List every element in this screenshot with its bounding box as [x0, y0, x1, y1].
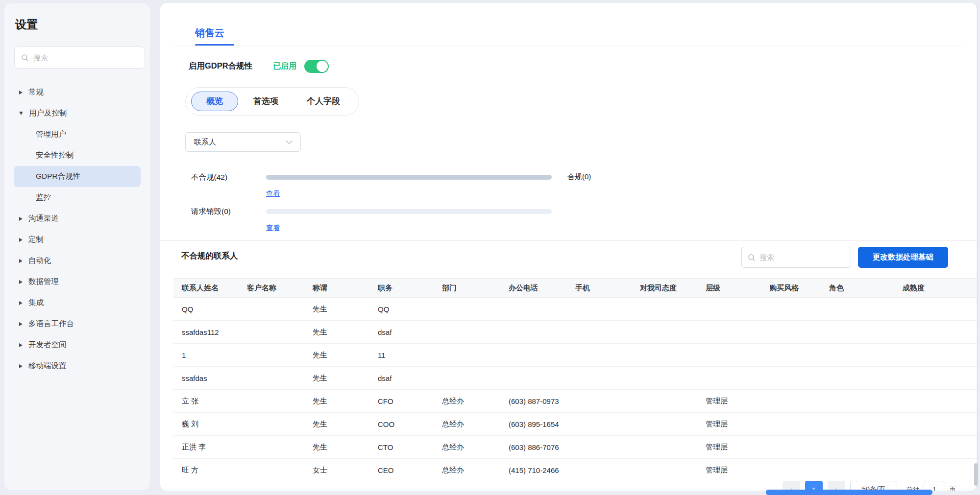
table-cell — [760, 413, 820, 436]
view-erasure-link[interactable]: 查看 — [266, 223, 280, 233]
sidebar-item-label: 自动化 — [28, 256, 51, 266]
table-cell — [820, 459, 894, 475]
tab-overview[interactable]: 概览 — [191, 92, 238, 111]
table-cell — [238, 390, 304, 413]
table-cell — [894, 344, 977, 367]
page-unit-label: 页 — [949, 481, 956, 491]
table-row[interactable]: 巍 刘先生COO总经办(603) 895-1654管理层 — [173, 413, 977, 436]
chevron-down-icon — [19, 112, 23, 115]
sidebar-item-1[interactable]: 用户及控制 — [14, 103, 141, 124]
settings-sidebar: 设置 常规用户及控制管理用户安全性控制GDPR合规性监控沟通渠道定制自动化数据管… — [4, 3, 150, 491]
chevron-right-icon — [19, 259, 23, 263]
table-cell — [500, 367, 566, 390]
goto-page-input[interactable] — [924, 481, 945, 491]
sidebar-item-0[interactable]: 常规 — [14, 82, 141, 103]
stat-noncompliant-label: 不合规(42) — [191, 172, 227, 183]
table-cell — [760, 367, 820, 390]
table-row[interactable]: 旺 方女士CEO总经办(415) 710-2466管理层 — [173, 459, 977, 475]
sidebar-item-6[interactable]: 沟通渠道 — [14, 208, 141, 229]
sidebar-item-5[interactable]: 监控 — [14, 187, 141, 208]
sidebar-item-label: 移动端设置 — [28, 361, 67, 371]
table-cell — [566, 367, 631, 390]
tab-preferences[interactable]: 首选项 — [240, 92, 292, 111]
gdpr-enable-row: 启用GDPR合规性 已启用 — [189, 59, 329, 73]
stat-erasure-bar — [266, 209, 552, 214]
table-cell: 总经办 — [433, 459, 500, 475]
table-cell — [566, 459, 631, 475]
table-cell: COO — [369, 413, 433, 436]
table-search-input[interactable] — [756, 253, 851, 261]
table-cell — [631, 436, 697, 459]
current-page-button[interactable]: 1 — [805, 481, 823, 491]
sidebar-item-9[interactable]: 数据管理 — [14, 271, 141, 292]
sidebar-item-10[interactable]: 集成 — [14, 292, 141, 313]
sidebar-item-2[interactable]: 管理用户 — [14, 124, 141, 145]
table-cell: 管理层 — [697, 459, 760, 475]
horizontal-scrollbar-thumb[interactable] — [766, 490, 932, 495]
sidebar-item-11[interactable]: 多语言工作台 — [14, 313, 141, 334]
module-select-dropdown[interactable]: 联系人 — [185, 132, 301, 152]
table-row[interactable]: 正洪 李先生CTO总经办(603) 886-7076管理层 — [173, 436, 977, 459]
table-cell — [894, 459, 977, 475]
sidebar-item-4[interactable]: GDPR合规性 — [14, 166, 141, 187]
sidebar-item-12[interactable]: 开发者空间 — [14, 334, 141, 355]
stat-compliant-label: 合规(0) — [567, 172, 591, 182]
table-cell — [238, 321, 304, 344]
stat-erasure-label: 请求销毁(0) — [191, 207, 231, 217]
sidebar-item-13[interactable]: 移动端设置 — [14, 355, 141, 377]
next-page-button[interactable]: › — [828, 481, 845, 491]
sidebar-item-label: 管理用户 — [36, 129, 66, 140]
table-cell: dsaf — [369, 321, 433, 344]
table-row[interactable]: 1先生11 — [173, 344, 977, 367]
module-select-value: 联系人 — [194, 138, 286, 147]
sidebar-item-label: 数据管理 — [28, 277, 59, 287]
table-cell: dsaf — [369, 367, 433, 390]
table-cell: 总经办 — [433, 436, 500, 459]
sidebar-search[interactable] — [14, 47, 145, 69]
table-cell — [820, 298, 894, 321]
table-cell — [500, 344, 566, 367]
table-cell — [697, 367, 760, 390]
tab-sales-cloud[interactable]: 销售云 — [195, 26, 224, 40]
toggle-knob — [317, 61, 328, 72]
sidebar-item-label: 多语言工作台 — [28, 319, 74, 329]
table-cell — [433, 344, 500, 367]
table-cell — [631, 344, 697, 367]
table-cell — [631, 459, 697, 475]
search-icon — [21, 54, 29, 62]
prev-page-button[interactable]: ‹ — [783, 481, 800, 491]
tab-personal-fields[interactable]: 个人字段 — [294, 92, 353, 111]
table-cell — [566, 344, 631, 367]
table-cell — [697, 344, 760, 367]
sidebar-item-8[interactable]: 自动化 — [14, 250, 141, 271]
sidebar-item-label: 监控 — [36, 192, 51, 203]
table-cell: 女士 — [304, 459, 369, 475]
table-cell — [760, 436, 820, 459]
sidebar-item-label: 开发者空间 — [28, 340, 67, 350]
table-cell — [500, 298, 566, 321]
vertical-scrollbar-thumb[interactable] — [974, 463, 978, 486]
sidebar-item-label: 常规 — [28, 87, 44, 97]
table-body: QQ先生QQssafdas112先生dsaf1先生11ssafdas先生dsaf… — [173, 298, 977, 475]
table-cell: 正洪 李 — [173, 436, 238, 459]
column-header: 角色 — [820, 279, 894, 298]
table-row[interactable]: ssafdas先生dsaf — [173, 367, 977, 390]
table-cell — [894, 321, 977, 344]
table-cell: 管理层 — [697, 390, 760, 413]
table-row[interactable]: ssafdas112先生dsaf — [173, 321, 977, 344]
sidebar-search-input[interactable] — [29, 53, 145, 62]
page-size-select[interactable]: 50条/页 — [850, 481, 897, 491]
contacts-table: 联系人姓名客户名称称谓职务部门办公电话手机对我司态度层级购买风格角色成熟度 QQ… — [173, 278, 977, 475]
table-cell — [433, 321, 500, 344]
table-row[interactable]: 立 张先生CFO总经办(603) 887-0973管理层 — [173, 390, 977, 413]
change-processing-basis-button[interactable]: 更改数据处理基础 — [858, 247, 948, 268]
gdpr-settings-panel: 销售云 启用GDPR合规性 已启用 概览 首选项 个人字段 联系人 不合规(42… — [160, 3, 977, 491]
sidebar-item-3[interactable]: 安全性控制 — [14, 145, 141, 166]
view-noncompliant-link[interactable]: 查看 — [266, 189, 280, 198]
table-cell — [500, 321, 566, 344]
gdpr-toggle[interactable] — [304, 60, 329, 73]
sidebar-item-7[interactable]: 定制 — [14, 229, 141, 250]
table-search[interactable] — [741, 247, 851, 268]
table-cell — [820, 413, 894, 436]
table-row[interactable]: QQ先生QQ — [173, 298, 977, 321]
